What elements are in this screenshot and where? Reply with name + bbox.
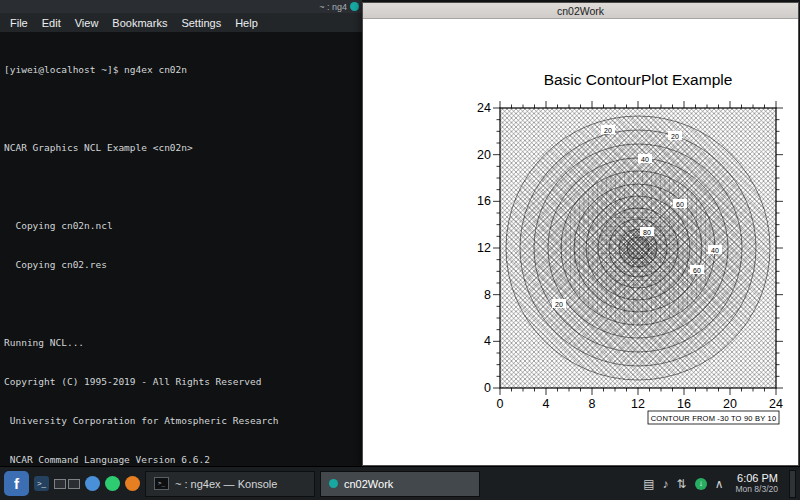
tray-expander-icon[interactable]: ∧: [715, 477, 724, 491]
menu-bookmarks[interactable]: Bookmarks: [105, 16, 174, 30]
contour-label: 20: [604, 127, 612, 134]
konsole-menubar: File Edit View Bookmarks Settings Help: [0, 13, 362, 32]
terminal-line: Running NCL...: [4, 336, 360, 349]
show-desktop-button[interactable]: [789, 470, 796, 498]
app-launcher-button[interactable]: f: [4, 471, 29, 496]
clipboard-tray-icon[interactable]: ▤: [643, 477, 654, 491]
window-icon: [350, 2, 359, 11]
quick-launch-blue-icon[interactable]: [85, 476, 100, 491]
x-tick-label: 24: [769, 397, 783, 411]
terminal-output[interactable]: [yiwei@localhost ~]$ ng4ex cn02n NCAR Gr…: [0, 32, 362, 500]
terminal-line: University Corporation for Atmospheric R…: [4, 414, 360, 427]
cn02work-title-text: cn02Work: [557, 5, 604, 17]
x-tick-label: 20: [723, 397, 737, 411]
taskbar: f >_ >_ ~ : ng4ex — Konsole cn02Work ▤ ♪…: [0, 466, 800, 500]
terminal-line: Copying cn02.res: [4, 258, 360, 271]
clock-date: Mon 8/3/20: [735, 485, 778, 495]
contour-note-text: CONTOUR FROM -30 TO 90 BY 10: [651, 414, 777, 423]
contour-label: 60: [676, 201, 684, 208]
x-tick-label: 16: [677, 397, 691, 411]
terminal-line: Copyright (C) 1995-2019 - All Rights Res…: [4, 375, 360, 388]
x-tick-label: 4: [543, 397, 550, 411]
cn02work-task-icon: [329, 479, 338, 488]
y-tick-label: 0: [484, 381, 491, 395]
clock[interactable]: 6:06 PM Mon 8/3/20: [731, 472, 778, 494]
updates-tray-icon[interactable]: ↓: [695, 478, 707, 490]
x-tick-label: 0: [497, 397, 504, 411]
y-tick-label: 8: [484, 288, 491, 302]
x-axis-labels: 0 4 8 12 16 20 24: [497, 397, 783, 411]
menu-file[interactable]: File: [3, 16, 35, 30]
contour-label: 80: [643, 229, 651, 236]
contour-field: [500, 108, 776, 388]
quick-launch-green-icon[interactable]: [105, 476, 120, 491]
contour-label: 40: [641, 156, 649, 163]
contour-label: 20: [671, 133, 679, 140]
network-tray-icon[interactable]: ⇅: [677, 477, 687, 491]
contour-label: 20: [555, 301, 563, 308]
terminal-line: [4, 102, 360, 115]
quick-launch-konsole-icon[interactable]: >_: [34, 476, 49, 491]
terminal-line: [yiwei@localhost ~]$ ng4ex cn02n: [4, 63, 360, 76]
terminal-line: NCAR Command Language Version 6.6.2: [4, 453, 360, 466]
volume-tray-icon[interactable]: ♪: [663, 477, 669, 491]
konsole-titlebar-text: ~ : ng4: [319, 2, 347, 12]
contour-note-box: CONTOUR FROM -30 TO 90 BY 10: [648, 411, 779, 424]
cn02work-window: cn02Work: [362, 2, 799, 466]
y-tick-label: 4: [484, 334, 491, 348]
pager-desktop-1[interactable]: [54, 479, 66, 489]
konsole-window: ~ : ng4 File Edit View Bookmarks Setting…: [0, 0, 362, 466]
virtual-desktop-pager[interactable]: [54, 479, 80, 489]
contour-plot: Basic ContourPlot Example 20 20: [363, 19, 798, 467]
terminal-line: Copying cn02n.ncl: [4, 219, 360, 232]
y-tick-label: 16: [477, 194, 491, 208]
x-tick-label: 12: [631, 397, 645, 411]
menu-settings[interactable]: Settings: [174, 16, 228, 30]
taskbar-entry-konsole[interactable]: >_ ~ : ng4ex — Konsole: [145, 471, 315, 497]
quick-launch-orange-icon[interactable]: [125, 476, 140, 491]
menu-edit[interactable]: Edit: [35, 16, 68, 30]
cn02work-canvas: Basic ContourPlot Example 20 20: [363, 19, 798, 465]
konsole-titlebar[interactable]: ~ : ng4: [0, 0, 362, 13]
y-tick-label: 24: [477, 101, 491, 115]
pager-desktop-2[interactable]: [68, 479, 80, 489]
terminal-line: NCAR Graphics NCL Example <cn02n>: [4, 141, 360, 154]
contour-label: 60: [693, 267, 701, 274]
contour-label: 40: [711, 247, 719, 254]
cn02work-titlebar[interactable]: cn02Work: [363, 3, 798, 19]
cn02work-task-label: cn02Work: [344, 478, 393, 490]
y-axis-labels: 24 20 16 12 8 4 0: [477, 101, 491, 395]
x-tick-label: 8: [589, 397, 596, 411]
konsole-task-icon: >_: [154, 477, 169, 490]
y-tick-label: 12: [477, 241, 491, 255]
taskbar-entry-cn02work[interactable]: cn02Work: [320, 471, 480, 497]
terminal-line: [4, 180, 360, 193]
system-tray: ▤ ♪ ⇅ ↓ ∧ 6:06 PM Mon 8/3/20: [643, 470, 796, 498]
plot-title: Basic ContourPlot Example: [544, 71, 733, 88]
menu-view[interactable]: View: [68, 16, 106, 30]
y-tick-label: 20: [477, 148, 491, 162]
menu-help[interactable]: Help: [228, 16, 265, 30]
konsole-task-label: ~ : ng4ex — Konsole: [175, 478, 277, 490]
terminal-line: [4, 297, 360, 310]
